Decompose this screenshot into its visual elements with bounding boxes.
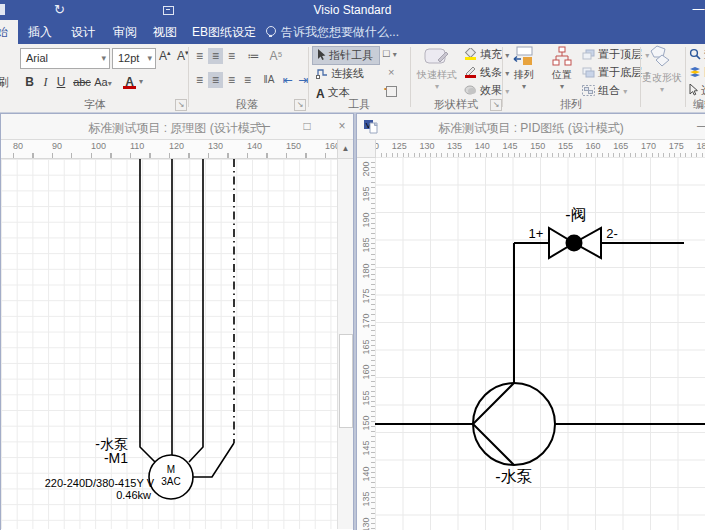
window-close-button[interactable]: × (334, 118, 350, 135)
valve-symbol[interactable]: -阀 1+ 2- (529, 206, 618, 258)
tab-view[interactable]: 视图 (144, 20, 186, 44)
pid-canvas[interactable]: -阀 1+ 2- -水泵 (375, 157, 705, 530)
ruler-number: 195 (361, 182, 371, 206)
pump-symbol[interactable]: -水泵 (473, 383, 555, 485)
font-color-button[interactable]: A (122, 73, 137, 91)
scrollbar-thumb[interactable] (339, 334, 353, 428)
motor-letter: M (167, 464, 175, 475)
tab-review[interactable]: 审阅 (104, 20, 146, 44)
ruler-number: 150 (361, 411, 371, 435)
grow-font-button[interactable]: A▴ (159, 49, 171, 63)
font-family-combo[interactable]: Arial (20, 48, 110, 69)
font-size-combo[interactable]: 12pt (112, 48, 156, 69)
pid-window-title: 标准测试项目 : PID图纸 (设计模式) (357, 120, 705, 137)
schematic-canvas[interactable]: M 3AC -水泵 -M1 220-240D/380-415Y V 0.46kw (1, 159, 337, 529)
schematic-window-titlebar[interactable]: 标准测试项目 : 原理图 (设计模式) — □ × (1, 114, 353, 140)
strikethrough-button[interactable]: abc (71, 73, 93, 91)
italic-button[interactable]: I (39, 73, 52, 91)
position-button[interactable]: 位置 ▾ (544, 46, 580, 91)
tab-home[interactable]: 开始 (0, 20, 18, 44)
find-button[interactable]: 查找 (689, 47, 705, 62)
edit-group-label: 编辑 (686, 97, 705, 112)
chevron-down-icon[interactable] (101, 49, 106, 68)
connector-tool-button[interactable]: 连接线 (312, 65, 378, 82)
align-center-icon[interactable]: ≡ (208, 72, 223, 88)
connector-icon (316, 67, 328, 84)
motor-spec-line1[interactable]: 220-240D/380-415Y V (45, 477, 155, 489)
window-pid: V 标准测试项目 : PID图纸 (设计模式) — 12012513013514… (356, 113, 705, 530)
ruler-number: 165 (613, 141, 628, 151)
ruler-number: 175 (669, 141, 684, 151)
window-minimize-button[interactable]: — (695, 118, 705, 135)
close-x-icon[interactable]: × (388, 66, 394, 78)
motor-symbol[interactable]: M 3AC (149, 455, 193, 499)
layers-button[interactable]: 图层 (689, 65, 705, 80)
wire-l3[interactable] (189, 159, 203, 462)
tell-me-label: 告诉我您想要做什么... (281, 25, 399, 39)
change-case-button[interactable]: Aa (94, 73, 112, 91)
app-minimize-button[interactable]: — (692, 2, 705, 18)
pipe-lines[interactable] (375, 243, 705, 424)
align-middle-icon[interactable]: ≡ (208, 48, 223, 64)
select-pointer-icon (689, 84, 698, 96)
drawing-canvas-icon[interactable]: • (386, 86, 397, 97)
quick-styles-button[interactable]: 快速样式 ▾ (414, 46, 460, 91)
font-color-swatch (123, 86, 136, 89)
wire-l1[interactable] (140, 159, 155, 462)
align-right-icon[interactable]: ≡ (224, 72, 239, 88)
window-schematic: 标准测试项目 : 原理图 (设计模式) — □ × 80901001101201… (0, 113, 354, 530)
pid-window-titlebar[interactable]: V 标准测试项目 : PID图纸 (设计模式) — (357, 114, 705, 140)
tell-me-box[interactable]: 告诉我您想要做什么... (266, 20, 399, 44)
motor-spec-line2[interactable]: 0.46kw (116, 489, 151, 501)
font-dialog-launcher-icon[interactable]: ↘ (175, 99, 187, 111)
pointer-tool-button[interactable]: 指针工具 (312, 46, 380, 65)
ruler-number: 155 (361, 386, 371, 410)
pid-drawing: -阀 1+ 2- -水泵 (375, 157, 705, 530)
tab-design[interactable]: 设计 (62, 20, 104, 44)
ruler-number: 160 (361, 360, 371, 384)
select-button[interactable]: 选择 (689, 83, 705, 98)
ruler-corner (357, 140, 376, 158)
vertical-scrollbar[interactable] (337, 159, 353, 529)
font-color-dropdown[interactable]: ▾ (139, 77, 143, 86)
group-button[interactable]: 组合 ▾ (582, 83, 627, 98)
vertical-text-icon[interactable]: ‖A (260, 72, 278, 88)
paragraph-dialog-launcher-icon[interactable]: ↘ (294, 99, 306, 111)
wire-pe[interactable] (193, 159, 234, 477)
decrease-indent-icon[interactable]: ⇤ (280, 72, 295, 88)
paragraph-group-label: 段落 (192, 97, 302, 112)
scrollbar-up-button[interactable]: ▲ (337, 140, 353, 159)
rectangle-tool-dropdown[interactable]: □ ▾ (383, 47, 397, 59)
lightbulb-icon (266, 26, 276, 36)
motor-ref-label[interactable]: -M1 (104, 450, 128, 466)
horizontal-ruler: 8090100110120130140150160 (1, 140, 337, 159)
window-maximize-button[interactable]: □ (299, 118, 315, 135)
tab-eb-sheet-settings[interactable]: EB图纸设定 (186, 20, 262, 44)
tab-insert[interactable]: 插入 (18, 20, 62, 44)
ribbon-divider (410, 47, 411, 107)
arrange-button[interactable]: 排列 ▾ (506, 46, 542, 91)
bold-button[interactable]: B (22, 73, 37, 91)
ruler-number: 145 (503, 141, 518, 151)
format-painter-button[interactable]: 格式刷 (0, 75, 9, 90)
window-minimize-button[interactable]: — (256, 118, 272, 135)
ruler-number: 180 (696, 141, 705, 151)
align-top-icon[interactable]: ≡ (192, 48, 207, 64)
autonumber-icon[interactable]: A⁵ (266, 48, 286, 64)
chevron-down-icon[interactable] (147, 49, 152, 68)
ruler-number: 140 (247, 141, 262, 151)
change-shape-button[interactable]: 更改形状 ▾ (641, 45, 683, 94)
justify-icon[interactable]: ≡ (240, 72, 255, 88)
position-icon (551, 57, 573, 68)
align-bottom-icon[interactable]: ≡ (224, 48, 239, 64)
ruler-number: 185 (361, 233, 371, 257)
shape-styles-dialog-launcher-icon[interactable]: ↘ (490, 99, 502, 111)
motor-type: 3AC (161, 476, 180, 487)
bullet-list-icon[interactable]: ≔ (246, 48, 261, 64)
line-pencil-icon (464, 66, 477, 78)
arrange-icon (513, 57, 535, 68)
underline-button[interactable]: U (54, 73, 68, 91)
align-left-icon[interactable]: ≡ (192, 72, 207, 88)
shrink-font-button[interactable]: A▾ (177, 49, 189, 63)
valve-port-right: 2- (606, 226, 618, 241)
